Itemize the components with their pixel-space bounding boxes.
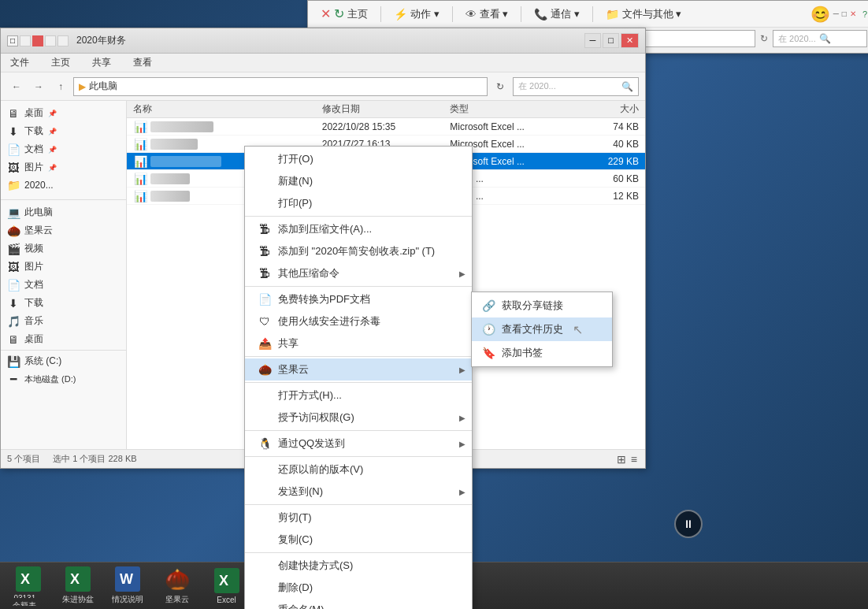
toolbar-files-label[interactable]: 文件与其他 ▾ [622, 7, 682, 21]
submenu-add-bookmark[interactable]: 🔖 添加书签 [472, 341, 612, 365]
sidebar-item-sysc[interactable]: 💾 系统 (C:) [1, 352, 126, 370]
pause-button[interactable]: ⏸ [674, 510, 703, 538]
taskbar-item-nut[interactable]: 🌰 坚果云 [155, 566, 198, 607]
menu-home[interactable]: 主页 [46, 54, 75, 71]
ctx-rename[interactable]: 重命名(M) [245, 599, 472, 609]
menu-view[interactable]: 查看 [128, 54, 157, 71]
toolbar-action[interactable]: ⚡ 动作 ▾ [388, 4, 446, 24]
help-btn[interactable]: ? [862, 9, 867, 19]
refresh-nav-icon[interactable]: ↻ [760, 33, 768, 44]
ctx-copy[interactable]: 复制(C) [245, 529, 472, 551]
file-name-blurred-2 [150, 139, 198, 150]
list-view-icon[interactable]: ⊞ [615, 451, 628, 467]
sidebar-item-video[interactable]: 🎬 视频 [1, 240, 126, 258]
taskbar-item-word[interactable]: W 情况说明 [106, 566, 149, 607]
compress-icon: 🗜 [258, 266, 272, 280]
ctx-open[interactable]: 打开(O) [245, 148, 472, 170]
ctx-send-to-label: 发送到(N) [278, 485, 323, 499]
col-header-size[interactable]: 大小 [575, 102, 642, 116]
toolbar-comms-label[interactable]: 通信 ▾ [551, 7, 580, 21]
ctx-cut-label: 剪切(T) [278, 511, 312, 525]
sidebar-item-pictures-2[interactable]: 🖼 图片 [1, 258, 126, 276]
sidebar-item-local-d[interactable]: ━ 本地磁盘 (D:) [1, 370, 126, 388]
back-button[interactable]: ← [7, 77, 26, 96]
search-bar[interactable]: 在 2020... 🔍 [513, 77, 639, 96]
new-icon [258, 174, 272, 188]
refresh-icon: ↻ [334, 6, 344, 21]
menu-share[interactable]: 共享 [87, 54, 116, 71]
sidebar-item-music[interactable]: 🎵 音乐 [1, 312, 126, 330]
maximize-window[interactable]: □ [603, 33, 619, 48]
sidebar-desktop-label: 桌面 [24, 106, 43, 120]
ctx-restore[interactable]: 还原以前的版本(V) [245, 459, 472, 481]
ctx-open-with[interactable]: 打开方式(H)... [245, 384, 472, 407]
send-to-icon [258, 485, 272, 499]
pictures-icon: 🖼 [7, 162, 20, 174]
ctx-other-compress[interactable]: 🗜 其他压缩命令 ▶ [245, 262, 472, 284]
excel-icon-4: 📊 [133, 172, 147, 186]
col-header-type[interactable]: 类型 [447, 102, 575, 116]
ctx-qq-send[interactable]: 🐧 通过QQ发送到 ▶ [245, 433, 472, 455]
ctx-pdf[interactable]: 📄 免费转换为PDF文档 [245, 288, 472, 310]
minimize-btn[interactable]: ─ [833, 9, 839, 18]
close-btn[interactable]: ✕ [850, 9, 856, 18]
forward-button[interactable]: → [29, 77, 48, 96]
ctx-share[interactable]: 📤 共享 [245, 332, 472, 355]
arrow-icon: ▶ [459, 269, 466, 278]
toolbar-view[interactable]: 👁 查看 ▾ [459, 4, 515, 24]
submenu-get-link[interactable]: 🔗 获取分享链接 [472, 294, 612, 317]
ctx-delete[interactable]: 删除(D) [245, 577, 472, 599]
ctx-new[interactable]: 新建(N) [245, 170, 472, 192]
sidebar-item-downloads-2[interactable]: ⬇ 下载 [1, 294, 126, 312]
sidebar-item-pictures[interactable]: 🖼 图片 📌 [1, 158, 126, 176]
ctx-grant-access[interactable]: 授予访问权限(G) ▶ [245, 407, 472, 429]
detail-view-icon[interactable]: ≡ [629, 451, 639, 467]
search-icon[interactable]: 🔍 [621, 81, 633, 92]
sidebar-item-downloads[interactable]: ⬇ 下载 📌 [1, 122, 126, 140]
this-pc-icon: 💻 [7, 206, 20, 219]
taskbar-item-excel1[interactable]: X 03131... 余额表... [6, 566, 50, 607]
toolbar-files[interactable]: 📁 文件与其他 ▾ [599, 4, 688, 24]
ctx-create-shortcut[interactable]: 创建快捷方式(S) [245, 555, 472, 577]
toolbar-home-label[interactable]: 主页 [347, 7, 368, 21]
address-bar[interactable]: ▶ 此电脑 [73, 77, 488, 96]
sidebar-item-desktop-2[interactable]: 🖥 桌面 [1, 330, 126, 348]
taskbar-item-excel3[interactable]: X Excel [205, 566, 248, 607]
taskbar-item-excel2[interactable]: X 朱进协盆 [56, 566, 99, 607]
ctx-add-zip[interactable]: 🗜 添加到 "2020年简安创收表.zip" (T) [245, 240, 472, 262]
sidebar-video-label: 视频 [24, 242, 43, 255]
ctx-jgcloud[interactable]: 🌰 坚果云 ▶ [245, 358, 472, 381]
documents-2-icon: 📄 [7, 279, 20, 292]
close-window[interactable]: ✕ [621, 33, 639, 48]
ctx-delete-label: 删除(D) [278, 581, 313, 595]
menu-file[interactable]: 文件 [6, 54, 34, 71]
ctx-cut[interactable]: 剪切(T) [245, 507, 472, 529]
submenu-file-history[interactable]: 🕐 查看文件历史 ↖ [472, 317, 612, 341]
ctx-antivirus[interactable]: 🛡 使用火绒安全进行杀毒 [245, 310, 472, 332]
col-header-name[interactable]: 名称 [130, 102, 319, 116]
sidebar-item-documents[interactable]: 📄 文档 📌 [1, 140, 126, 158]
search-icon-2[interactable]: 🔍 [819, 33, 831, 44]
restore-btn[interactable]: □ [842, 9, 847, 18]
ctx-add-archive[interactable]: 🗜 添加到压缩文件(A)... [245, 218, 472, 240]
pdf-icon: 📄 [258, 292, 272, 306]
toolbar-home[interactable]: ✕ ↻ 主页 [314, 3, 374, 24]
toolbar-action-label[interactable]: 动作 ▾ [410, 7, 440, 21]
ctx-send-to[interactable]: 发送到(N) ▶ [245, 481, 472, 503]
bookmark-icon: 🔖 [481, 346, 495, 360]
file-row[interactable]: 📊 2022/10/28 15:35 Microsoft Excel ... 7… [127, 118, 645, 136]
status-selected: 选中 1 个项目 228 KB [53, 453, 136, 465]
toolbar-view-label[interactable]: 查看 ▾ [480, 7, 509, 21]
sidebar-item-documents-2[interactable]: 📄 文档 [1, 276, 126, 294]
refresh-button[interactable]: ↻ [491, 77, 510, 96]
sidebar-item-2020[interactable]: 📁 2020... [1, 176, 126, 194]
toolbar-comms[interactable]: 📞 通信 ▾ [528, 4, 586, 24]
ctx-print[interactable]: 打印(P) [245, 192, 472, 214]
minimize-window[interactable]: ─ [584, 33, 602, 48]
sidebar-item-desktop[interactable]: 🖥 桌面 📌 [1, 104, 126, 122]
up-button[interactable]: ↑ [51, 77, 70, 96]
taskbar-label-excel2: 朱进协盆 [62, 594, 94, 605]
col-header-date[interactable]: 修改日期 [319, 102, 447, 116]
sidebar-item-this-pc[interactable]: 💻 此电脑 [1, 203, 126, 221]
sidebar-item-jgcloud[interactable]: 🌰 坚果云 [1, 221, 126, 240]
